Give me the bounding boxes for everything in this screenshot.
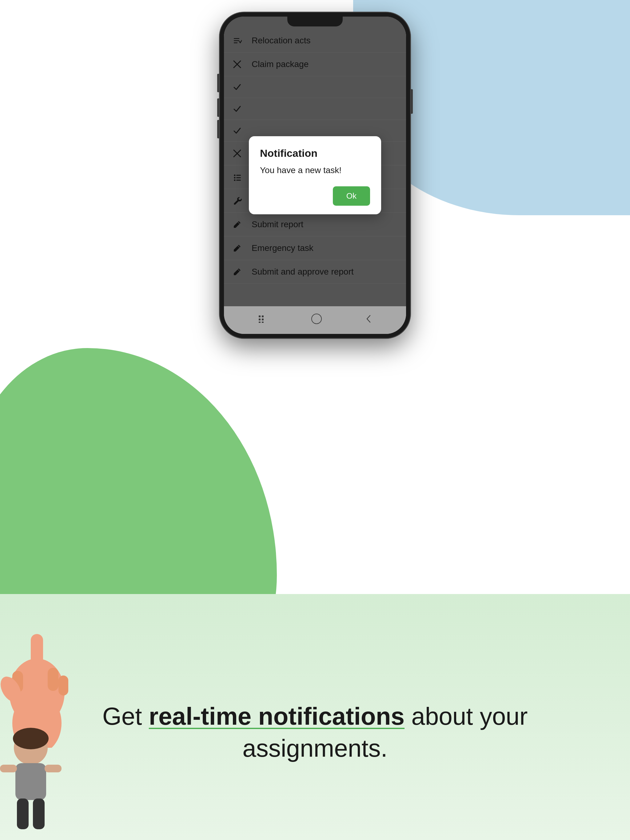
svg-rect-5 [59,676,68,695]
svg-rect-2 [31,634,43,674]
phone-notch [287,17,343,27]
screen-content: Relocation acts Claim package [224,17,406,334]
modal-buttons: Ok [260,186,370,206]
svg-rect-12 [17,799,28,829]
bottom-tagline: Get real-time notifications about your a… [37,700,593,764]
notification-modal: Notification You have a new task! Ok [249,136,381,214]
phone-container: Relocation acts Claim package [220,12,410,338]
bottom-text-bold: real-time notifications [149,703,405,730]
modal-message: You have a new task! [260,166,370,175]
svg-rect-11 [44,765,62,772]
svg-rect-4 [47,668,59,691]
ok-button[interactable]: Ok [333,186,370,206]
phone-screen: Relocation acts Claim package [224,17,406,334]
bottom-text-normal: Get [103,703,149,730]
svg-rect-13 [33,799,44,829]
phone-frame: Relocation acts Claim package [220,12,410,338]
svg-rect-9 [15,763,46,800]
modal-title: Notification [260,147,370,159]
svg-rect-10 [0,765,17,772]
person-illustration [0,723,74,840]
svg-point-8 [13,728,49,749]
modal-overlay: Notification You have a new task! Ok [224,17,406,334]
